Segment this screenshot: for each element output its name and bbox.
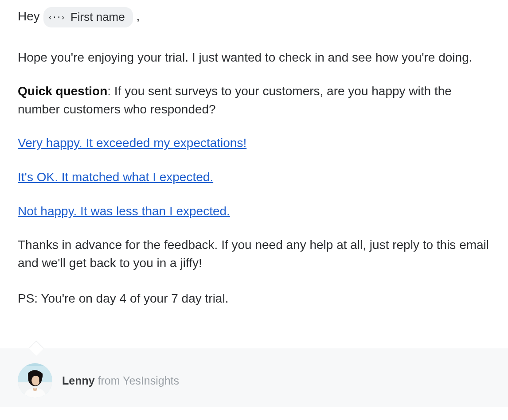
- ps-paragraph: PS: You're on day 4 of your 7 day trial.: [18, 290, 490, 308]
- sender-company: YesInsights: [123, 374, 179, 387]
- answer-row-2: Not happy. It was less than I expected.: [18, 202, 490, 221]
- email-body: Hey ‹··› First name , Hope you're enjoyi…: [0, 0, 508, 348]
- question-lead: Quick question: [18, 84, 107, 98]
- answer-link-ok[interactable]: It's OK. It matched what I expected.: [18, 170, 213, 184]
- thanks-paragraph: Thanks in advance for the feedback. If y…: [18, 236, 490, 272]
- answer-row-0: Very happy. It exceeded my expectations!: [18, 134, 490, 152]
- sender-name: Lenny: [62, 374, 95, 387]
- merge-tag-first-name[interactable]: ‹··› First name: [43, 7, 133, 27]
- greeting-prefix: Hey: [18, 9, 40, 23]
- sender-from-word: from: [98, 374, 120, 387]
- email-preview: Hey ‹··› First name , Hope you're enjoyi…: [0, 0, 508, 407]
- answer-link-not-happy[interactable]: Not happy. It was less than I expected.: [18, 204, 230, 218]
- svg-rect-1: [18, 363, 52, 366]
- merge-tag-label: First name: [70, 9, 125, 26]
- sender-footer: Lenny from YesInsights: [0, 348, 508, 407]
- intro-paragraph: Hope you're enjoying your trial. I just …: [18, 49, 490, 67]
- question-paragraph: Quick question: If you sent surveys to y…: [18, 82, 490, 118]
- greeting-suffix: ,: [137, 9, 140, 23]
- answer-row-1: It's OK. It matched what I expected.: [18, 168, 490, 187]
- sender-avatar: [18, 363, 52, 398]
- greeting-line: Hey ‹··› First name ,: [18, 7, 490, 27]
- answer-link-very-happy[interactable]: Very happy. It exceeded my expectations!: [18, 136, 246, 150]
- sender-line: Lenny from YesInsights: [62, 374, 179, 387]
- merge-tag-icon: ‹··›: [48, 12, 65, 23]
- svg-point-4: [31, 376, 40, 385]
